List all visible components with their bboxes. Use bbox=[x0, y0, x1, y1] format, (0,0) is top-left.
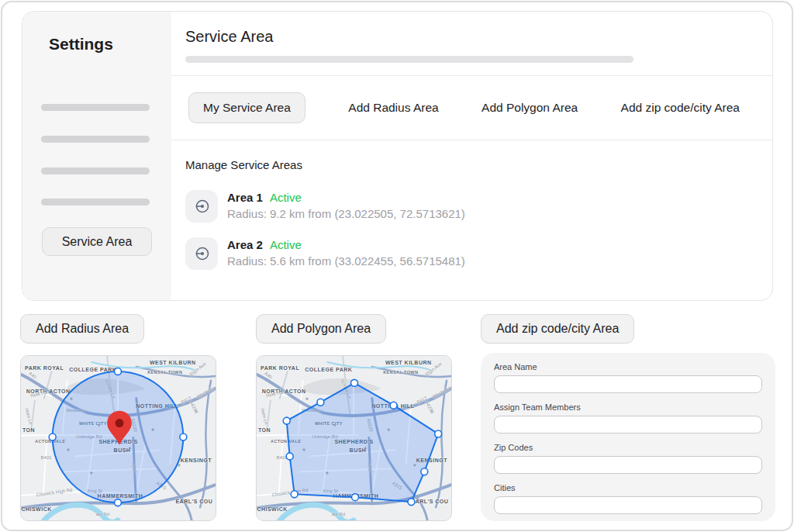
polygon-vertex-handle[interactable] bbox=[435, 430, 442, 437]
polygon-map[interactable]: PARK ROYALCOLLEGE PARKWEST KILBURNKENSAL… bbox=[256, 355, 452, 521]
radius-map[interactable]: PARK ROYALCOLLEGE PARKWEST KILBURNKENSAL… bbox=[20, 355, 216, 521]
field-label-area-name: Area Name bbox=[494, 362, 762, 371]
polygon-vertex-handle[interactable] bbox=[291, 491, 298, 498]
polygon-vertex-handle[interactable] bbox=[421, 468, 428, 475]
area-name-input[interactable] bbox=[494, 375, 762, 393]
polygon-vertex-handle[interactable] bbox=[351, 379, 358, 386]
polygon-vertex-handle[interactable] bbox=[390, 402, 397, 409]
area-detail: Radius: 9.2 km from (23.022505, 72.57136… bbox=[227, 207, 465, 220]
polygon-shape bbox=[287, 383, 438, 502]
tab-bar: My Service Area Add Radius Area Add Poly… bbox=[171, 76, 772, 140]
polygon-vertex-handle[interactable] bbox=[317, 399, 324, 406]
radius-overlay[interactable] bbox=[21, 356, 216, 520]
settings-card: Settings Service Area Service Area My Se… bbox=[22, 11, 773, 301]
header: Service Area bbox=[171, 12, 772, 76]
area-detail: Radius: 5.6 km from (33.022455, 56.57154… bbox=[227, 254, 465, 268]
sidebar-skeleton-item bbox=[41, 136, 150, 143]
field-label-zip-codes: Zip Codes bbox=[494, 443, 762, 452]
tab-add-polygon-area[interactable]: Add Polygon Area bbox=[482, 101, 578, 115]
polygon-area-column: Add Polygon Area bbox=[256, 314, 452, 521]
area-name: Area 2 bbox=[227, 238, 263, 251]
section-title: Manage Service Areas bbox=[185, 158, 772, 172]
polygon-vertex-handle[interactable] bbox=[286, 453, 293, 460]
radius-area-icon bbox=[185, 237, 218, 270]
zip-codes-input[interactable] bbox=[494, 456, 762, 474]
sidebar: Settings Service Area bbox=[22, 12, 171, 300]
service-area-row-1[interactable]: Area 1 Active Radius: 9.2 km from (23.02… bbox=[185, 190, 772, 223]
add-radius-area-button[interactable]: Add Radius Area bbox=[20, 314, 144, 344]
subtitle-skeleton bbox=[185, 56, 633, 63]
field-label-team-members: Assign Team Members bbox=[494, 402, 762, 412]
sidebar-skeleton-item bbox=[41, 199, 150, 206]
radius-area-icon bbox=[185, 190, 218, 223]
sidebar-skeleton-item bbox=[41, 168, 150, 174]
add-polygon-area-button[interactable]: Add Polygon Area bbox=[256, 314, 386, 344]
page-title: Service Area bbox=[185, 28, 772, 46]
polygon-vertex-handle[interactable] bbox=[408, 499, 415, 506]
zip-city-column: Add zip code/city Area Area Name Assign … bbox=[481, 314, 775, 521]
status-badge: Active bbox=[270, 191, 302, 204]
tab-my-service-area[interactable]: My Service Area bbox=[188, 92, 306, 123]
sidebar-title: Settings bbox=[49, 35, 113, 54]
radius-area-column: Add Radius Area bbox=[20, 314, 216, 521]
zip-city-form: Area Name Assign Team Members Zip Codes … bbox=[481, 353, 775, 521]
team-members-input[interactable] bbox=[494, 416, 762, 434]
service-area-row-2[interactable]: Area 2 Active Radius: 5.6 km from (33.02… bbox=[185, 237, 772, 270]
sidebar-skeleton-item bbox=[41, 104, 150, 111]
polygon-vertex-handle[interactable] bbox=[283, 417, 290, 424]
cities-input[interactable] bbox=[494, 496, 762, 514]
tab-add-zip-city-area[interactable]: Add zip code/city Area bbox=[621, 101, 740, 115]
sidebar-item-service-area[interactable]: Service Area bbox=[42, 227, 152, 256]
manage-section: Manage Service Areas Area 1 Active bbox=[171, 140, 772, 270]
polygon-overlay[interactable] bbox=[257, 356, 451, 520]
status-badge: Active bbox=[270, 238, 302, 251]
area-name: Area 1 bbox=[227, 191, 263, 204]
polygon-vertex-handle[interactable] bbox=[352, 494, 359, 501]
content-panel: Service Area My Service Area Add Radius … bbox=[171, 12, 772, 300]
add-zip-city-area-button[interactable]: Add zip code/city Area bbox=[481, 314, 634, 344]
tab-add-radius-area[interactable]: Add Radius Area bbox=[348, 101, 438, 115]
field-label-cities: Cities bbox=[494, 483, 762, 492]
